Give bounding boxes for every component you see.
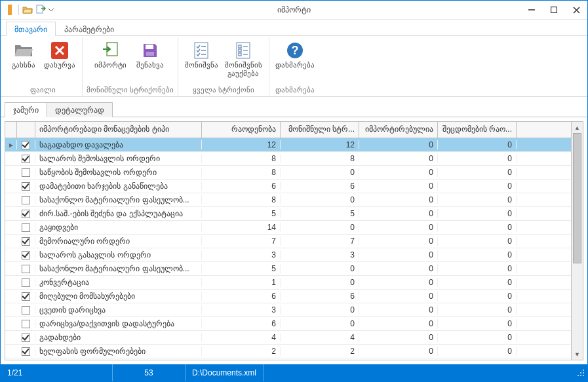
cell-marked: 2 (281, 347, 359, 356)
table-row[interactable]: დარიცხვა/დაქვითვის დადასტურება6000 (5, 317, 571, 331)
cell-marked: 0 (281, 195, 359, 204)
table-row[interactable]: მემორიალური ორდერი7700 (5, 235, 571, 248)
close-x-icon (51, 40, 68, 61)
svg-rect-3 (551, 7, 557, 13)
import-button[interactable]: იმპორტი (92, 37, 130, 69)
ribbon-group-file: გახსნა დახურვა ფაილი (3, 37, 83, 96)
grid-body[interactable]: ▸საგადახდო დავალება121200სალაროს შემოსავ… (5, 138, 571, 360)
table-row[interactable]: კონვერტაცია1000 (5, 276, 571, 290)
resize-grip-icon[interactable] (574, 369, 587, 377)
table-row[interactable]: სალაროს შემოსავლის ორდერი8800 (5, 152, 571, 166)
svg-rect-6 (146, 45, 153, 49)
scroll-thumb[interactable] (573, 133, 581, 263)
cell-errors: 0 (438, 209, 517, 218)
cell-qty: 5 (202, 264, 281, 273)
svg-point-20 (583, 375, 584, 376)
scroll-down-icon[interactable]: ▼ (572, 349, 583, 360)
checklist-checked-icon (193, 40, 209, 61)
cell-marked: 8 (281, 154, 359, 163)
window-title: იმპორტი (1, 5, 587, 14)
col-imported[interactable]: იმპორტირებულია (359, 122, 438, 138)
cell-type: ხელფასის ფორმულირებები (35, 347, 202, 356)
cell-imported: 0 (359, 181, 438, 191)
scroll-up-icon[interactable]: ▲ (572, 122, 583, 133)
maximize-button[interactable] (543, 1, 565, 19)
vertical-scrollbar[interactable]: ▲ ▼ (571, 122, 583, 360)
col-type[interactable]: იმპორტირებადი მონაცემების ტიპი (35, 122, 202, 138)
qa-export-icon[interactable] (34, 3, 47, 16)
row-checkbox[interactable] (17, 305, 35, 315)
table-row[interactable]: საწყობის შემოსავლის ორდერი8000 (5, 166, 571, 180)
title-bar: იმპორტი (1, 1, 587, 20)
cell-qty: 6 (202, 319, 281, 328)
minimize-button[interactable] (520, 1, 543, 19)
cell-qty: 8 (202, 154, 281, 163)
row-checkbox[interactable] (17, 264, 35, 273)
cell-marked: 0 (281, 278, 359, 287)
col-indicator[interactable] (5, 122, 17, 138)
close-file-button[interactable]: დახურვა (41, 37, 78, 69)
close-button[interactable] (565, 1, 587, 19)
row-checkbox[interactable] (17, 223, 35, 232)
table-row[interactable]: დამატებითი ხარჯების განაწილება6600 (5, 180, 571, 193)
cell-qty: 8 (202, 168, 281, 177)
row-checkbox[interactable] (17, 209, 35, 218)
unmark-all-button[interactable]: მონიშვნის გაუქმება (222, 37, 265, 78)
ribbon-group-marked: იმპორტი შენახვა მონიშნული სტრიქონები (83, 37, 178, 96)
table-row[interactable]: ▸საგადახდო დავალება121200 (5, 138, 571, 152)
import-doc-icon (102, 40, 120, 61)
cell-errors: 0 (438, 223, 517, 232)
cell-qty: 6 (202, 292, 281, 301)
table-row[interactable]: სალაროს გასავლის ორდერი3300 (5, 248, 571, 262)
table-row[interactable]: გადახდები4400 (5, 331, 571, 345)
mark-all-button[interactable]: მონიშვნა (182, 37, 220, 69)
row-checkbox[interactable] (17, 140, 35, 149)
table-row[interactable]: სასაქონლო მატერიალური ფასეულობ...8000 (5, 193, 571, 207)
qa-dropdown-icon[interactable] (47, 3, 55, 16)
cell-type: დარიცხვა/დაქვითვის დადასტურება (35, 319, 202, 328)
grid-header: იმპორტირებადი მონაცემების ტიპი რაოდენობა… (5, 122, 571, 138)
cell-type: სალაროს გასავლის ორდერი (35, 250, 202, 259)
col-checkbox[interactable] (17, 122, 35, 138)
cell-qty: 2 (202, 347, 281, 356)
cell-errors: 0 (438, 195, 517, 204)
col-errors[interactable]: შეცდომების რაო... (438, 122, 517, 138)
table-row[interactable]: გაყიდვები14000 (5, 221, 571, 235)
cell-marked: 6 (281, 292, 359, 301)
table-row[interactable]: სასაქონლო მატერიალური ფასეულობ...5000 (5, 262, 571, 276)
tab-summary[interactable]: ჯამური (5, 102, 47, 117)
col-marked[interactable]: მონიშნული სტრ... (281, 122, 359, 138)
tab-details[interactable]: დეტალურად (47, 102, 113, 117)
row-checkbox[interactable] (17, 237, 35, 246)
table-row[interactable]: პარტნიორის ანგარიშის გადაფასება1000 (5, 358, 571, 360)
table-row[interactable]: მიღებული მომსახურებები6600 (5, 290, 571, 303)
row-checkbox[interactable] (17, 154, 35, 163)
row-checkbox[interactable] (17, 319, 35, 328)
row-checkbox[interactable] (17, 292, 35, 301)
qa-orange-indicator (3, 3, 16, 16)
table-row[interactable]: ხელფასის ფორმულირებები2200 (5, 345, 571, 358)
cell-qty: 6 (202, 181, 281, 191)
ribbon-tab-main[interactable]: მთავარი (6, 22, 56, 36)
row-checkbox[interactable] (17, 195, 35, 204)
cell-qty: 8 (202, 195, 281, 204)
row-checkbox[interactable] (17, 168, 35, 177)
cell-imported: 0 (359, 209, 438, 218)
col-qty[interactable]: რაოდენობა (202, 122, 281, 138)
row-checkbox[interactable] (17, 278, 35, 287)
help-button[interactable]: ? დახმარება (273, 37, 317, 69)
row-checkbox[interactable] (17, 250, 35, 259)
status-sum: 53 (113, 364, 186, 381)
row-checkbox[interactable] (17, 347, 35, 356)
status-filepath: D:\Documents.xml (186, 364, 264, 381)
table-row[interactable]: ძირ.საშ.-ების შეძენა და ექსპლუატაცია5500 (5, 207, 571, 221)
open-button[interactable]: გახსნა (7, 37, 40, 69)
qa-open-icon[interactable] (21, 3, 34, 16)
row-checkbox[interactable] (17, 333, 35, 342)
table-row[interactable]: ცვეთის დარიცხვა3000 (5, 303, 571, 317)
ribbon-tab-params[interactable]: პარამეტრები (56, 22, 123, 36)
cell-imported: 0 (359, 347, 438, 356)
row-checkbox[interactable] (17, 181, 35, 191)
save-button[interactable]: შენახვა (131, 37, 169, 69)
cell-qty: 7 (202, 237, 281, 246)
